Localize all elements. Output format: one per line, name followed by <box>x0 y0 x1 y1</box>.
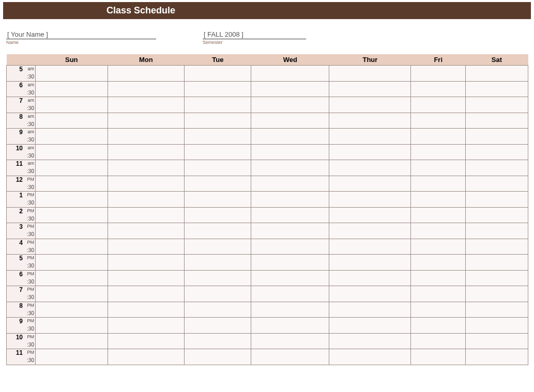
schedule-cell[interactable] <box>36 294 108 302</box>
schedule-cell[interactable] <box>36 357 108 365</box>
schedule-cell[interactable] <box>329 160 411 168</box>
schedule-cell[interactable] <box>465 129 528 137</box>
schedule-cell[interactable] <box>329 176 411 184</box>
schedule-cell[interactable] <box>329 286 411 294</box>
schedule-cell[interactable] <box>411 231 466 239</box>
schedule-cell[interactable] <box>465 262 528 270</box>
schedule-cell[interactable] <box>36 325 108 333</box>
schedule-cell[interactable] <box>251 286 329 294</box>
schedule-cell[interactable] <box>465 349 528 357</box>
schedule-cell[interactable] <box>465 97 528 105</box>
schedule-cell[interactable] <box>185 113 251 121</box>
schedule-cell[interactable] <box>411 215 466 223</box>
schedule-cell[interactable] <box>36 73 108 81</box>
schedule-cell[interactable] <box>36 310 108 318</box>
schedule-cell[interactable] <box>465 247 528 255</box>
schedule-cell[interactable] <box>185 278 251 286</box>
schedule-cell[interactable] <box>251 357 329 365</box>
schedule-cell[interactable] <box>411 176 466 184</box>
schedule-cell[interactable] <box>411 81 466 89</box>
schedule-cell[interactable] <box>185 318 251 326</box>
schedule-cell[interactable] <box>185 357 251 365</box>
schedule-cell[interactable] <box>411 318 466 326</box>
schedule-cell[interactable] <box>329 105 411 113</box>
schedule-cell[interactable] <box>411 325 466 333</box>
schedule-cell[interactable] <box>36 341 108 349</box>
schedule-cell[interactable] <box>329 341 411 349</box>
schedule-cell[interactable] <box>36 136 108 144</box>
schedule-cell[interactable] <box>251 81 329 89</box>
schedule-cell[interactable] <box>36 81 108 89</box>
schedule-cell[interactable] <box>36 160 108 168</box>
schedule-cell[interactable] <box>411 168 466 176</box>
schedule-cell[interactable] <box>185 129 251 137</box>
schedule-cell[interactable] <box>411 199 466 207</box>
schedule-cell[interactable] <box>251 121 329 129</box>
schedule-cell[interactable] <box>251 341 329 349</box>
schedule-cell[interactable] <box>329 89 411 97</box>
schedule-cell[interactable] <box>329 144 411 152</box>
schedule-cell[interactable] <box>36 152 108 160</box>
schedule-cell[interactable] <box>185 247 251 255</box>
schedule-cell[interactable] <box>36 129 108 137</box>
schedule-cell[interactable] <box>329 302 411 310</box>
schedule-cell[interactable] <box>36 121 108 129</box>
schedule-cell[interactable] <box>185 73 251 81</box>
schedule-cell[interactable] <box>108 121 185 129</box>
schedule-cell[interactable] <box>465 184 528 192</box>
schedule-cell[interactable] <box>36 184 108 192</box>
schedule-cell[interactable] <box>465 215 528 223</box>
schedule-cell[interactable] <box>329 247 411 255</box>
schedule-cell[interactable] <box>108 310 185 318</box>
schedule-cell[interactable] <box>465 176 528 184</box>
schedule-cell[interactable] <box>108 318 185 326</box>
schedule-cell[interactable] <box>36 278 108 286</box>
schedule-cell[interactable] <box>411 207 466 215</box>
schedule-cell[interactable] <box>329 262 411 270</box>
schedule-cell[interactable] <box>251 129 329 137</box>
schedule-cell[interactable] <box>411 129 466 137</box>
schedule-cell[interactable] <box>108 270 185 278</box>
schedule-cell[interactable] <box>36 192 108 200</box>
schedule-cell[interactable] <box>329 239 411 247</box>
schedule-cell[interactable] <box>185 270 251 278</box>
semester-value[interactable]: [ FALL 2008 ] <box>203 30 306 39</box>
schedule-cell[interactable] <box>411 310 466 318</box>
schedule-cell[interactable] <box>185 223 251 231</box>
schedule-cell[interactable] <box>251 318 329 326</box>
schedule-cell[interactable] <box>329 129 411 137</box>
schedule-cell[interactable] <box>465 192 528 200</box>
schedule-cell[interactable] <box>185 184 251 192</box>
schedule-cell[interactable] <box>36 105 108 113</box>
schedule-cell[interactable] <box>108 239 185 247</box>
schedule-cell[interactable] <box>251 66 329 74</box>
schedule-cell[interactable] <box>465 207 528 215</box>
schedule-cell[interactable] <box>251 184 329 192</box>
schedule-cell[interactable] <box>329 349 411 357</box>
schedule-cell[interactable] <box>465 89 528 97</box>
schedule-cell[interactable] <box>465 318 528 326</box>
schedule-cell[interactable] <box>185 81 251 89</box>
schedule-cell[interactable] <box>251 294 329 302</box>
schedule-cell[interactable] <box>465 160 528 168</box>
schedule-cell[interactable] <box>36 89 108 97</box>
schedule-cell[interactable] <box>411 262 466 270</box>
schedule-cell[interactable] <box>465 310 528 318</box>
schedule-cell[interactable] <box>185 152 251 160</box>
schedule-cell[interactable] <box>411 278 466 286</box>
schedule-cell[interactable] <box>108 97 185 105</box>
schedule-cell[interactable] <box>465 341 528 349</box>
schedule-cell[interactable] <box>465 81 528 89</box>
schedule-cell[interactable] <box>411 192 466 200</box>
schedule-cell[interactable] <box>411 160 466 168</box>
schedule-cell[interactable] <box>185 121 251 129</box>
schedule-cell[interactable] <box>108 255 185 263</box>
schedule-cell[interactable] <box>329 73 411 81</box>
schedule-cell[interactable] <box>36 349 108 357</box>
schedule-cell[interactable] <box>108 215 185 223</box>
schedule-cell[interactable] <box>108 207 185 215</box>
schedule-cell[interactable] <box>108 286 185 294</box>
schedule-cell[interactable] <box>465 136 528 144</box>
schedule-cell[interactable] <box>185 215 251 223</box>
schedule-cell[interactable] <box>329 325 411 333</box>
